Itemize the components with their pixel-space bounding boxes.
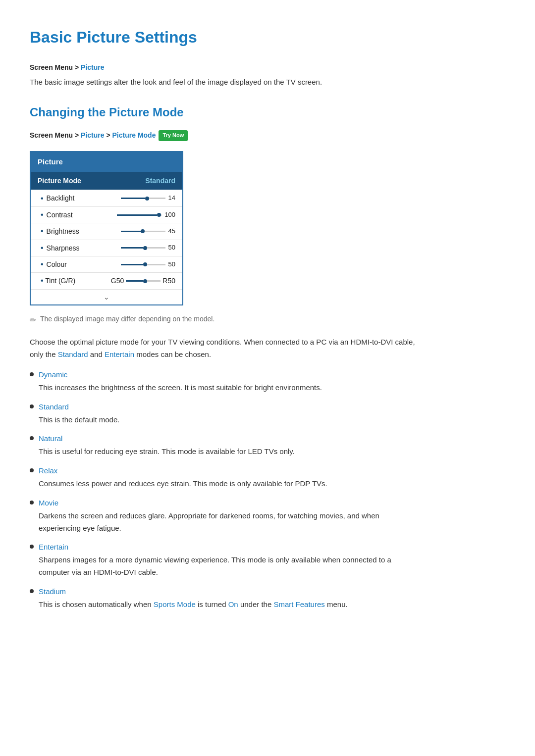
bullet-brightness: • xyxy=(41,227,44,235)
contrast-label: Contrast xyxy=(47,209,73,220)
pencil-icon: ✏ xyxy=(30,314,36,327)
menu-header: Picture xyxy=(31,152,182,172)
link-standard-inline[interactable]: Standard xyxy=(58,350,88,358)
note-text: The displayed image may differ depending… xyxy=(40,313,214,324)
list-item-relax: Relax Consumes less power and reduces ey… xyxy=(30,465,416,490)
bc2-link-picture[interactable]: Picture xyxy=(81,131,104,139)
mode-movie-content: Movie Darkens the screen and reduces gla… xyxy=(39,497,416,535)
link-smart-features[interactable]: Smart Features xyxy=(273,600,324,608)
mode-movie-desc: Darkens the screen and reduces glare. Ap… xyxy=(39,511,379,532)
breadcrumb-prefix: Screen Menu > xyxy=(30,63,81,71)
section-title-picture-mode: Changing the Picture Mode xyxy=(30,103,416,122)
link-relax[interactable]: Relax xyxy=(39,465,327,477)
bc2-link-picturemode[interactable]: Picture Mode xyxy=(112,131,156,139)
link-stadium[interactable]: Stadium xyxy=(39,586,348,598)
menu-item-colour[interactable]: • Colour 50 xyxy=(31,256,182,272)
menu-item-backlight[interactable]: • Backlight 14 xyxy=(31,190,182,206)
mode-entertain-desc: Sharpens images for a more dynamic viewi… xyxy=(39,555,391,576)
backlight-value: 14 xyxy=(168,193,175,203)
contrast-value: 100 xyxy=(164,210,175,220)
link-entertain[interactable]: Entertain xyxy=(39,541,416,553)
menu-item-sharpness[interactable]: • Sharpness 50 xyxy=(31,240,182,256)
bullet-stadium xyxy=(30,589,34,593)
list-item-stadium: Stadium This is chosen automatically whe… xyxy=(30,586,416,611)
picture-mode-value: Standard xyxy=(145,175,175,186)
mode-standard-content: Standard This is the default mode. xyxy=(39,401,119,426)
bullet-relax xyxy=(30,468,34,472)
mode-dynamic-content: Dynamic This increases the brightness of… xyxy=(39,369,322,394)
link-sports-mode[interactable]: Sports Mode xyxy=(154,600,196,608)
sharpness-slider[interactable] xyxy=(121,247,165,249)
sharpness-value: 50 xyxy=(168,243,175,253)
mode-standard-desc: This is the default mode. xyxy=(39,415,119,424)
mode-stadium-content: Stadium This is chosen automatically whe… xyxy=(39,586,348,611)
colour-slider[interactable] xyxy=(121,264,165,265)
list-item-standard: Standard This is the default mode. xyxy=(30,401,416,426)
tint-left-value: G50 xyxy=(111,275,124,286)
try-now-badge[interactable]: Try Now xyxy=(159,130,188,141)
link-dynamic[interactable]: Dynamic xyxy=(39,369,322,381)
mode-natural-content: Natural This is useful for reducing eye … xyxy=(39,433,295,458)
body-text-intro: Choose the optimal picture mode for your… xyxy=(30,336,416,361)
colour-label: Colour xyxy=(47,259,67,270)
list-item-entertain: Entertain Sharpens images for a more dyn… xyxy=(30,541,416,579)
page-title: Basic Picture Settings xyxy=(30,25,416,50)
bullet-sharpness: • xyxy=(41,244,44,252)
list-item-dynamic: Dynamic This increases the brightness of… xyxy=(30,369,416,394)
bc2-sep: > xyxy=(105,131,112,139)
contrast-slider-wrap: 100 xyxy=(117,210,175,220)
backlight-slider[interactable] xyxy=(121,198,165,199)
page-subtitle: The basic image settings alter the look … xyxy=(30,76,416,88)
mode-stadium-desc: This is chosen automatically when Sports… xyxy=(39,600,348,608)
menu-note: ✏ The displayed image may differ dependi… xyxy=(30,313,416,327)
backlight-slider-wrap: 14 xyxy=(121,193,175,203)
brightness-value: 45 xyxy=(168,226,175,237)
bullet-movie xyxy=(30,501,34,504)
mode-entertain-content: Entertain Sharpens images for a more dyn… xyxy=(39,541,416,579)
bullet-colour: • xyxy=(41,260,44,268)
chevron-down-icon: ⌄ xyxy=(104,292,109,302)
mode-list: Dynamic This increases the brightness of… xyxy=(30,369,416,611)
picture-menu-box: Picture Picture Mode Standard • Backligh… xyxy=(30,151,183,305)
mode-natural-desc: This is useful for reducing eye strain. … xyxy=(39,447,295,455)
sharpness-slider-wrap: 50 xyxy=(121,243,175,253)
link-entertain-inline[interactable]: Entertain xyxy=(105,350,134,358)
brightness-label: Brightness xyxy=(47,226,79,237)
sharpness-label: Sharpness xyxy=(47,243,80,253)
breadcrumb-section2: Screen Menu > Picture > Picture ModeTry … xyxy=(30,130,416,141)
bullet-natural xyxy=(30,436,34,440)
breadcrumb-section1: Screen Menu > Picture xyxy=(30,62,416,73)
bullet-contrast: • xyxy=(41,211,44,219)
mode-dynamic-desc: This increases the brightness of the scr… xyxy=(39,383,322,392)
brightness-slider-wrap: 45 xyxy=(121,226,175,237)
brightness-slider[interactable] xyxy=(121,231,165,232)
menu-row-picture-mode[interactable]: Picture Mode Standard xyxy=(31,172,182,190)
bullet-dynamic xyxy=(30,372,34,376)
colour-value: 50 xyxy=(168,259,175,270)
tint-slider[interactable] xyxy=(126,280,160,282)
mode-relax-desc: Consumes less power and reduces eye stra… xyxy=(39,479,327,488)
link-on[interactable]: On xyxy=(228,600,238,608)
tint-slider-wrap: G50 R50 xyxy=(111,275,175,286)
menu-chevron-row[interactable]: ⌄ xyxy=(31,289,182,304)
link-standard[interactable]: Standard xyxy=(39,401,119,413)
colour-slider-wrap: 50 xyxy=(121,259,175,270)
menu-item-contrast[interactable]: • Contrast 100 xyxy=(31,206,182,223)
list-item-movie: Movie Darkens the screen and reduces gla… xyxy=(30,497,416,535)
backlight-label: Backlight xyxy=(47,193,75,203)
menu-item-brightness[interactable]: • Brightness 45 xyxy=(31,223,182,239)
menu-item-tint[interactable]: • Tint (G/R) G50 R50 xyxy=(31,272,182,289)
bc2-prefix: Screen Menu > xyxy=(30,131,81,139)
mode-relax-content: Relax Consumes less power and reduces ey… xyxy=(39,465,327,490)
picture-mode-label: Picture Mode xyxy=(38,175,81,186)
bullet-tint: • xyxy=(41,276,44,285)
tint-label: Tint (G/R) xyxy=(45,277,75,285)
contrast-slider[interactable] xyxy=(117,214,161,216)
tint-right-value: R50 xyxy=(162,275,175,286)
link-movie[interactable]: Movie xyxy=(39,497,416,509)
bullet-standard xyxy=(30,404,34,408)
link-natural[interactable]: Natural xyxy=(39,433,295,445)
list-item-natural: Natural This is useful for reducing eye … xyxy=(30,433,416,458)
breadcrumb-link-picture[interactable]: Picture xyxy=(81,63,104,71)
bullet-backlight: • xyxy=(41,195,44,202)
